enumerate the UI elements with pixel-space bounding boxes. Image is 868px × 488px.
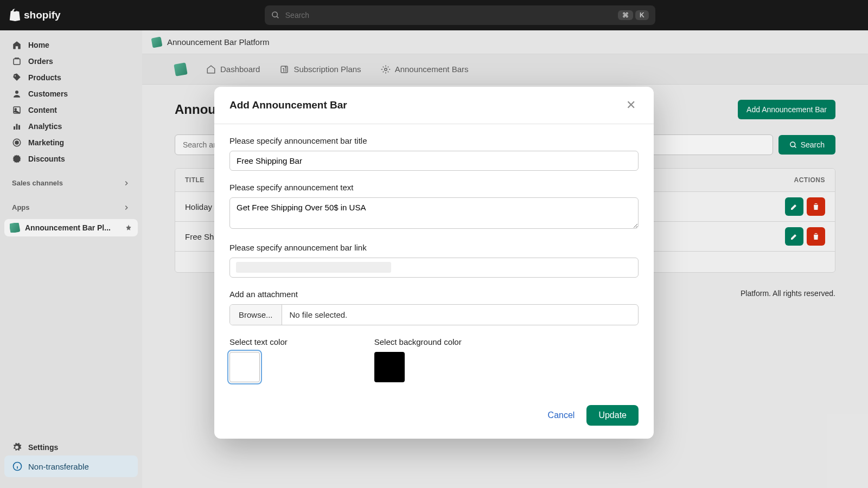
- add-announcement-bar-modal: Add Announcement Bar ✕ Please specify an…: [214, 87, 654, 439]
- update-button[interactable]: Update: [586, 405, 639, 426]
- attachment-label: Add an attachment: [229, 290, 639, 299]
- modal-title: Add Announcement Bar: [229, 99, 347, 111]
- link-label: Please specify announcement bar link: [229, 243, 639, 252]
- title-label: Please specify announcement bar title: [229, 136, 639, 145]
- text-color-swatch[interactable]: [229, 352, 260, 382]
- file-status: No file selected.: [282, 305, 355, 325]
- close-button[interactable]: ✕: [623, 98, 639, 113]
- redacted-content: [236, 262, 391, 273]
- file-picker: Browse... No file selected.: [229, 304, 639, 325]
- text-input[interactable]: [229, 197, 639, 229]
- text-color-label: Select text color: [229, 337, 288, 346]
- text-label: Please specify announcement text: [229, 183, 639, 192]
- title-input[interactable]: [229, 151, 639, 171]
- modal-overlay: Add Announcement Bar ✕ Please specify an…: [0, 0, 868, 488]
- close-icon: ✕: [626, 98, 636, 112]
- bg-color-swatch[interactable]: [374, 352, 405, 382]
- bg-color-label: Select background color: [374, 337, 462, 346]
- cancel-button[interactable]: Cancel: [548, 410, 575, 420]
- browse-button[interactable]: Browse...: [230, 305, 282, 325]
